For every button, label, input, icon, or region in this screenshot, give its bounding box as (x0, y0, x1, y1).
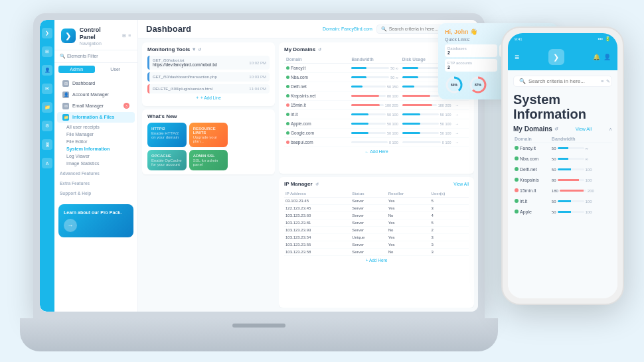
sidebar-promo: Learn about our Pro Pack. → (58, 204, 133, 237)
bw-bar-1: 50 ∞ (351, 66, 398, 70)
sidebar-logo: ❯ (61, 29, 76, 43)
bw-bar-4: 80 100 (351, 94, 398, 98)
monitoring-method-2: GET_/50/dashboard/transaction.php (153, 75, 249, 79)
row-action-6[interactable]: → (455, 113, 459, 117)
main-content: Dashboard Domain: FancyBird.com 🔍 ≡ (138, 20, 478, 312)
sidebar-icon-home[interactable]: ⊞ (42, 46, 52, 57)
sidebar-grid-icon[interactable]: ⊞ (122, 33, 126, 38)
nav-item-infofiles[interactable]: 📁 Information & Files (57, 112, 135, 123)
domains-refresh[interactable]: ↺ (318, 47, 321, 52)
row-action-7[interactable]: → (455, 122, 459, 126)
phone-menu-icon[interactable]: ≡ (515, 52, 519, 62)
sidebar-title: Control Panel (80, 27, 118, 41)
phone-body: 🔍 ≡ ✎ System Information My Domains ↺ Vi (508, 70, 617, 298)
monitoring-refresh[interactable]: ↺ (198, 47, 201, 52)
sidebar-icon-chevron[interactable]: ❯ (42, 28, 52, 38)
monitoring-list: GET_/50/robot.txt https://dev.fancybird.… (147, 56, 270, 93)
email-badge: 3 (123, 103, 129, 109)
sidebar-icon-gear[interactable]: ⚙ (42, 121, 52, 131)
phone-header: ≡ ❯ 🔔 👤 (508, 45, 617, 70)
sidebar-icon-folder[interactable]: 📁 (42, 102, 52, 113)
nav-sub-fileeditor[interactable]: File Editor (54, 138, 137, 145)
phone-domain-row-6: lrt.lt 50100 (513, 196, 612, 207)
card-resource-limits[interactable]: Resource Limits Upgrade your plan... (189, 123, 228, 147)
nav-item-dashboard[interactable]: ⊞ Dashboard (57, 78, 135, 89)
ip-reseller-5: No (387, 226, 430, 233)
phone-notif-icon[interactable]: 🔔 (593, 54, 600, 60)
sidebar-list-icon[interactable]: ≡ (128, 33, 131, 38)
status-dot-7 (286, 122, 289, 125)
phone-edit-icon[interactable]: ✎ (606, 79, 610, 84)
domain-name-8: Google.com (291, 131, 314, 135)
phone-user-icon[interactable]: 👤 (604, 54, 611, 60)
phone-col-bandwidth: Bandwidth (550, 135, 612, 143)
nav-sub-receipts[interactable]: All user receipts (54, 123, 137, 131)
phone-domain-row-3: Delfi.net 50100 (513, 164, 612, 175)
domains-add[interactable]: ← Add Here (284, 147, 469, 156)
nav-sub-sysinfo[interactable]: System Information (54, 145, 137, 152)
sidebar-icon-admin[interactable]: A (42, 158, 52, 168)
promo-button[interactable]: → (64, 219, 77, 232)
tab-user[interactable]: User (98, 66, 134, 73)
phone-section-title: System Information (513, 92, 612, 121)
ip-status-6: Unique (351, 233, 386, 241)
main-title: Dashboard (146, 24, 191, 34)
ip-col-address: IP Address (284, 190, 351, 198)
phone-filter-icon[interactable]: ≡ (601, 79, 604, 84)
nav-section-advanced: Advanced Features (54, 169, 137, 177)
ip-status-8: Server (351, 248, 386, 255)
disk-bar-8: 50 100 (402, 131, 451, 135)
phone-battery: 🔋 (605, 36, 611, 42)
monitoring-title: Monitoring Tools ▾ ↺ (147, 46, 201, 52)
card-admin-ssl[interactable]: Admin SSL SSL for admin panel (189, 150, 228, 170)
ip-addr-3: 103.123.23.60 (284, 211, 351, 219)
nav-item-email[interactable]: ✉ Email Manager 3 (57, 101, 135, 111)
sidebar-subtitle: Navigation (80, 41, 118, 46)
sidebar-icon-mail[interactable]: ✉ (42, 84, 52, 94)
nav-sub-filemanager[interactable]: File Manager (54, 131, 137, 138)
ip-row-8: 103.123.23.58 Server No 3 (284, 248, 469, 255)
phone-domains-refresh[interactable]: ↺ (554, 127, 558, 132)
phone-collapse-icon[interactable]: ∧ (609, 127, 612, 132)
phone-search[interactable]: 🔍 ≡ ✎ (513, 76, 612, 87)
ip-view-all[interactable]: View All (453, 182, 469, 186)
phone-search-input[interactable] (528, 78, 598, 84)
domain-row-8: Google.com 50 100 50 100 → (284, 129, 469, 138)
tab-admin[interactable]: Admin (58, 66, 95, 73)
sidebar-nav: ⊞ Dashboard 👤 Account Manager ✉ Email Ma… (54, 76, 137, 199)
phone-bw-4: 80100 (552, 178, 611, 182)
domain-name-3: Delfi.net (291, 84, 307, 89)
nav-sub-logviewer[interactable]: Log Viewer (54, 152, 137, 160)
monitoring-time-3: 11:04 PM (249, 87, 266, 91)
disk-bar-7: 50 100 (402, 122, 451, 126)
ip-reseller-4: Yes (387, 219, 430, 226)
row-action-9[interactable]: → (455, 141, 459, 145)
monitoring-add[interactable]: + + Add Line (147, 93, 270, 102)
bw-bar-6: 50 100 (351, 113, 398, 117)
card-sub-4: SSL for admin panel (193, 158, 224, 166)
phone-domains-title: My Domains ↺ (513, 125, 558, 133)
row-action-8[interactable]: → (455, 131, 459, 135)
card-http2[interactable]: HTTP/2 Enable HTTP/2 on your domain (147, 123, 187, 147)
circle-2-label: 87% (475, 83, 481, 87)
nav-icon-dashboard: ⊞ (62, 80, 69, 87)
nav-sub-imgstats[interactable]: Image Statistics (54, 160, 137, 167)
card-opcache[interactable]: OpCache Enable OpCache for your account (147, 150, 187, 170)
sidebar-icon-user[interactable]: 👤 (42, 65, 52, 76)
bw-bar-8: 50 100 (351, 131, 398, 135)
monitoring-panel: Monitoring Tools ▾ ↺ GET_/50/robot.txt (142, 42, 275, 106)
nav-section-extra: Extra Features (54, 179, 137, 187)
nav-item-account[interactable]: 👤 Account Manager (57, 90, 135, 100)
ip-add[interactable]: + Add Here (284, 256, 469, 265)
bw-bar-3: 50 150 (351, 85, 398, 89)
phone-bw-1: 50∞ (552, 147, 611, 151)
laptop-screen: ❯ ⊞ 👤 ✉ 📁 ⚙ 🗄 A ❯ C (40, 20, 478, 312)
row-action-5[interactable]: → (455, 103, 459, 107)
main-body: Monitoring Tools ▾ ↺ GET_/50/robot.txt (138, 38, 478, 312)
card-tag-2: Resource Limits (193, 127, 224, 135)
phone-view-all[interactable]: View All (576, 127, 592, 131)
sidebar-icon-db[interactable]: 🗄 (42, 139, 52, 150)
phone-bw-2: 50∞ (552, 157, 611, 161)
ip-refresh[interactable]: ↺ (315, 182, 319, 186)
ip-reseller-6: Yes (387, 233, 430, 241)
